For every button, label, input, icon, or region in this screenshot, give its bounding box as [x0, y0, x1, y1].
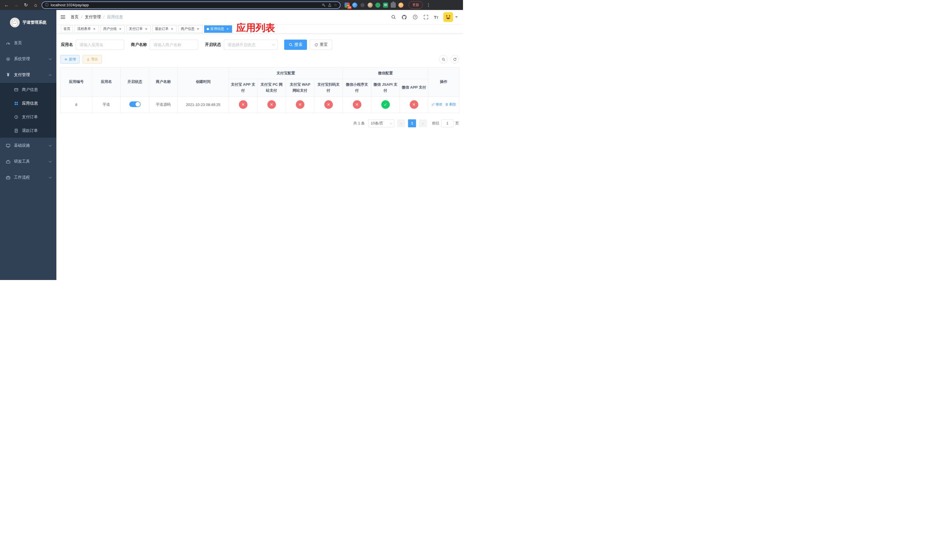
- refresh-icon[interactable]: [451, 55, 459, 64]
- close-icon[interactable]: ×: [92, 27, 96, 31]
- sidebar-item-refund-order[interactable]: 退款订单: [0, 124, 56, 138]
- breadcrumb-current: 应用信息: [107, 15, 123, 20]
- extension-icon-5[interactable]: [375, 3, 380, 8]
- close-icon[interactable]: ×: [225, 27, 230, 31]
- tab-process-form[interactable]: 流程表单×: [75, 25, 99, 33]
- help-icon[interactable]: ?: [412, 14, 418, 20]
- page-size-select[interactable]: 10条/页: [368, 120, 394, 127]
- sidebar-item-payment[interactable]: ¥ 支付管理: [0, 67, 56, 83]
- breadcrumb-home[interactable]: 首页: [71, 15, 79, 20]
- close-icon[interactable]: ×: [196, 27, 200, 31]
- bookmark-star-icon[interactable]: ☆: [334, 3, 337, 7]
- next-page-button[interactable]: ›: [419, 120, 427, 127]
- site-info-icon[interactable]: ⓘ: [45, 3, 49, 8]
- search-icon[interactable]: [391, 14, 396, 20]
- extension-icon-1[interactable]: 10: [345, 3, 350, 8]
- cell-status: [121, 96, 149, 113]
- status-select-input[interactable]: [224, 39, 278, 50]
- app-table: 应用编号 应用名 开启状态 商户名称 创建时间 支付宝配置 微信配置 操作 支付…: [61, 68, 459, 113]
- col-header-wx-app: 微信 APP 支付: [400, 79, 428, 97]
- chevron-down-icon: [390, 122, 392, 124]
- table-row: 6 芋道 芋道源码 2021-10-23 08:49:25: [61, 96, 459, 113]
- sidebar-item-app-info[interactable]: 应用信息: [0, 97, 56, 110]
- goto-label: 前往: [432, 121, 439, 126]
- tab-refund-order[interactable]: 退款订单×: [152, 25, 177, 33]
- home-icon[interactable]: ⌂: [32, 2, 39, 9]
- sidebar-item-pay-order[interactable]: 支付订单: [0, 110, 56, 124]
- url-text[interactable]: localhost:1024/pay/app: [51, 3, 320, 7]
- app-name-input[interactable]: [76, 39, 124, 50]
- col-group-wechat: 微信配置: [343, 68, 428, 79]
- forward-icon[interactable]: →: [12, 2, 20, 9]
- close-icon[interactable]: ×: [170, 27, 174, 31]
- edit-button[interactable]: 修改: [431, 102, 442, 107]
- sidebar-item-system[interactable]: 系统管理: [0, 51, 56, 67]
- status-select[interactable]: [224, 39, 278, 50]
- add-button[interactable]: 新增: [61, 55, 80, 64]
- goto-page-input[interactable]: [441, 120, 453, 127]
- payment-submenu: 商户信息 应用信息 支付订单: [0, 83, 56, 138]
- puzzle-extensions-icon[interactable]: [391, 3, 396, 8]
- chevron-down-icon: [49, 144, 52, 147]
- sidebar-item-devtools[interactable]: 研发工具: [0, 153, 56, 170]
- app-title: 芋道管理系统: [23, 20, 47, 25]
- sidebar-item-workflow[interactable]: 工作流程: [0, 170, 56, 185]
- refund-icon: [14, 129, 18, 133]
- sidebar-collapse-icon[interactable]: [56, 10, 70, 24]
- col-header-created: 创建时间: [178, 68, 229, 97]
- profile-avatar-icon[interactable]: [398, 3, 404, 8]
- cell-app-name: 芋道: [92, 96, 121, 113]
- browser-menu-icon[interactable]: ⋮: [425, 2, 432, 8]
- github-icon[interactable]: [401, 14, 407, 20]
- fullscreen-icon[interactable]: [423, 14, 429, 20]
- export-button[interactable]: 导出: [83, 55, 102, 64]
- breadcrumb-payment[interactable]: 支付管理: [85, 15, 101, 20]
- extension-icon-6[interactable]: [383, 3, 388, 8]
- extension-icon-4[interactable]: [368, 3, 373, 8]
- status-toggle[interactable]: [129, 101, 141, 107]
- browser-update-button[interactable]: 更新: [409, 1, 423, 9]
- extension-icon-2[interactable]: [352, 3, 357, 8]
- search-button[interactable]: 搜索: [284, 39, 307, 50]
- share-icon[interactable]: [328, 3, 332, 7]
- close-icon[interactable]: ×: [118, 27, 122, 31]
- tab-label: 首页: [64, 26, 70, 31]
- cell-wx-app: [400, 96, 428, 113]
- prev-page-button[interactable]: ‹: [397, 120, 405, 127]
- sidebar-item-label: 商户信息: [22, 87, 51, 92]
- tab-merchant-info[interactable]: 商户信息×: [178, 25, 203, 33]
- sidebar-item-label: 工作流程: [14, 175, 46, 180]
- extension-icon-3[interactable]: [360, 3, 365, 8]
- sidebar-item-label: 研发工具: [14, 159, 46, 164]
- address-bar[interactable]: ⓘ localhost:1024/pay/app ☆: [42, 2, 340, 9]
- delete-button[interactable]: 删除: [445, 102, 456, 107]
- tab-home[interactable]: 首页: [61, 25, 73, 33]
- monitor-icon: [6, 143, 11, 148]
- password-key-icon[interactable]: [322, 3, 326, 7]
- tab-app-info[interactable]: 应用信息×: [204, 25, 232, 33]
- page-title-annotation: 应用列表: [236, 21, 275, 35]
- app-logo[interactable]: 芋道管理系统: [0, 10, 56, 35]
- close-icon[interactable]: ×: [144, 27, 148, 31]
- tab-user-group[interactable]: 用户分组×: [100, 25, 125, 33]
- reset-button[interactable]: 重置: [310, 39, 332, 50]
- sidebar-item-home[interactable]: 首页: [0, 35, 56, 51]
- back-icon[interactable]: ←: [3, 2, 10, 9]
- search-button-label: 搜索: [294, 42, 303, 47]
- edit-button-label: 修改: [436, 102, 442, 107]
- font-size-icon[interactable]: TT: [434, 15, 438, 20]
- tab-label: 应用信息: [210, 26, 224, 31]
- status-label: 开启状态: [205, 42, 221, 47]
- tab-pay-order[interactable]: 支付订单×: [126, 25, 151, 33]
- show-search-icon[interactable]: [439, 55, 448, 64]
- current-page-button[interactable]: 1: [408, 120, 416, 127]
- merchant-name-input[interactable]: [150, 39, 198, 50]
- sidebar-item-infrastructure[interactable]: 基础设施: [0, 138, 56, 153]
- col-header-status: 开启状态: [121, 68, 149, 97]
- sidebar-item-merchant-info[interactable]: 商户信息: [0, 83, 56, 97]
- breadcrumb: 首页 / 支付管理 / 应用信息: [71, 15, 123, 20]
- user-menu[interactable]: [443, 12, 458, 22]
- dashboard-icon: [6, 41, 11, 45]
- tab-label: 支付订单: [129, 26, 143, 31]
- reload-icon[interactable]: ↻: [22, 2, 30, 9]
